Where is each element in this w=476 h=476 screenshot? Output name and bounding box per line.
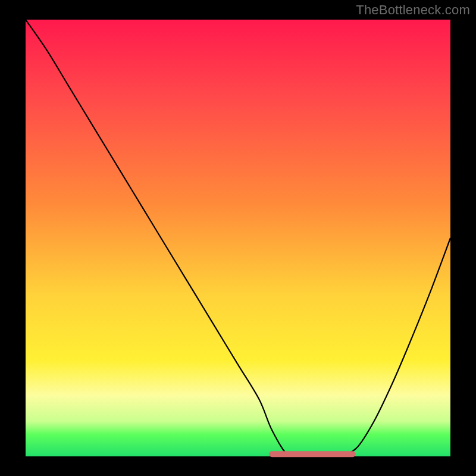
chart-frame: TheBottleneck.com (0, 0, 476, 476)
chart-svg (26, 20, 450, 456)
attribution-label: TheBottleneck.com (356, 2, 470, 18)
bottleneck-curve (26, 20, 450, 458)
plot-area (26, 20, 450, 456)
